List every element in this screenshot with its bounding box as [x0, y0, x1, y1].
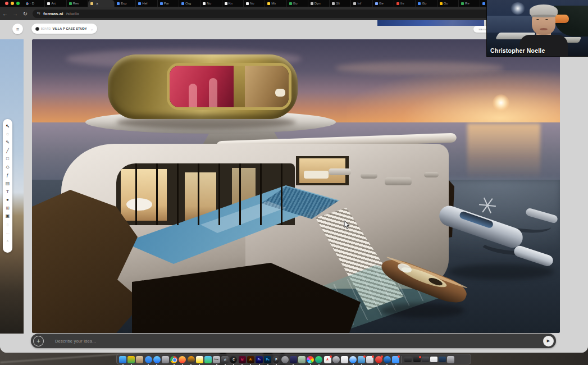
tab-favicon — [203, 2, 206, 5]
tool-palette: ↖◌✎╱□◇ƒ▤T●⊞▣▯⋯∧ — [3, 119, 12, 253]
dock-chrome[interactable] — [170, 356, 177, 363]
site-settings-icon[interactable]: ⇆ — [37, 11, 40, 16]
browser-tab-0[interactable]: · D — [24, 0, 45, 7]
device-tool[interactable]: ▯ — [3, 220, 12, 229]
prompt-bar[interactable]: + Describe your idea... ▶ — [31, 334, 556, 348]
more-tools[interactable]: ⋯ — [3, 229, 12, 237]
dock-capture-one[interactable]: C — [230, 356, 237, 363]
dock-firefox[interactable] — [179, 356, 186, 363]
browser-tab-7[interactable]: Org — [179, 0, 200, 7]
dock-google-drive[interactable] — [127, 356, 135, 363]
minimize-window-button[interactable] — [11, 2, 14, 5]
submit-prompt-button[interactable]: ▶ — [543, 336, 554, 346]
url-path: /studio — [66, 11, 79, 16]
back-icon[interactable]: ← — [0, 11, 10, 17]
dock-calculator-white[interactable] — [341, 356, 348, 363]
shape-tool[interactable]: ● — [3, 195, 12, 204]
browser-tab-19[interactable]: Go — [437, 0, 459, 7]
dock-photos[interactable] — [307, 356, 314, 363]
dock-indesign[interactable]: Id — [239, 356, 246, 363]
browser-tab-12[interactable]: Go — [287, 0, 308, 7]
browser-tab-10[interactable]: No — [244, 0, 265, 7]
dock-settings-gear[interactable] — [332, 356, 340, 363]
browser-tab-11[interactable]: Mir — [265, 0, 286, 7]
dock-notes[interactable] — [196, 356, 203, 363]
dock-minimized-window-3[interactable] — [422, 357, 429, 362]
dock-zoom[interactable] — [392, 356, 399, 363]
dock-web-globe[interactable] — [281, 356, 289, 363]
crop-tool[interactable]: □ — [3, 154, 12, 163]
dock-preview[interactable] — [204, 356, 212, 363]
browser-tab-2[interactable]: Res — [67, 0, 88, 7]
board-selector[interactable]: BOARD VILLA P CASE STUDY ⌄ — [31, 24, 97, 34]
add-attachment-button[interactable]: + — [33, 336, 44, 346]
pen-tool[interactable]: ✎ — [3, 138, 12, 147]
browser-tab-16[interactable]: Ge — [373, 0, 394, 7]
window-controls[interactable] — [0, 2, 24, 5]
board-icon — [35, 27, 39, 31]
browser-tab-4[interactable]: Exp — [115, 0, 136, 7]
lasso-tool[interactable]: ◌ — [3, 130, 12, 139]
dock-loop-app[interactable]: ⇄ — [221, 356, 229, 363]
dock-app-store[interactable] — [145, 356, 152, 363]
dock-blue-circle-app[interactable] — [384, 356, 391, 363]
close-window-button[interactable] — [5, 2, 8, 5]
dock-minimized-window-4[interactable] — [439, 357, 446, 362]
collapse-toolbar[interactable]: ∧ — [3, 236, 12, 245]
dock-finder-window[interactable] — [430, 357, 437, 362]
tab-favicon — [90, 2, 93, 5]
browser-tab-20[interactable]: Re — [459, 0, 480, 7]
villa-render-image[interactable] — [32, 39, 560, 333]
reload-icon[interactable]: ↻ — [20, 11, 30, 17]
dock-illustrator[interactable]: Ai — [247, 356, 254, 363]
dock-finder[interactable] — [119, 356, 126, 363]
image-tool[interactable]: ▤ — [3, 179, 12, 188]
grid-tool[interactable]: ⊞ — [3, 204, 12, 212]
browser-tab-17[interactable]: Ihr — [394, 0, 416, 7]
line-tool[interactable]: ╱ — [3, 147, 12, 155]
dock-sage-app[interactable] — [298, 356, 306, 363]
tab-close-icon[interactable]: × — [96, 2, 98, 6]
select-tool[interactable]: ↖ — [3, 122, 12, 130]
browser-tab-18[interactable]: Go — [416, 0, 437, 7]
dock-minimized-window-1[interactable] — [404, 357, 412, 362]
dock-podcast-p[interactable]: P — [272, 356, 280, 363]
dock-acrobat[interactable]: A — [324, 356, 331, 363]
browser-tab-3[interactable]: × — [88, 0, 115, 7]
dock-dark-blue-app[interactable] — [290, 356, 297, 363]
browser-tab-15[interactable]: Inf — [351, 0, 372, 7]
setting-sun — [493, 94, 509, 111]
dock-minimized-window-2[interactable] — [413, 357, 421, 362]
zoom-window-button[interactable] — [16, 2, 20, 5]
fill-tool[interactable]: ◇ — [3, 163, 12, 171]
browser-tab-5[interactable]: Hel — [136, 0, 157, 7]
browser-tab-6[interactable]: Par — [158, 0, 179, 7]
dock-ableton-live[interactable]: Live — [213, 356, 220, 363]
browser-tab-13[interactable]: Dyn — [308, 0, 330, 7]
brush-tool[interactable]: ƒ — [3, 171, 12, 180]
dock-safari[interactable] — [153, 356, 161, 363]
dock-quicktime[interactable] — [349, 356, 357, 363]
kitchen-island — [329, 168, 351, 175]
browser-tab-8[interactable]: No — [200, 0, 222, 7]
dock-app-with-badge[interactable] — [366, 356, 373, 363]
dock-mail-red[interactable] — [375, 356, 382, 363]
browser-tab-14[interactable]: Sli — [330, 0, 351, 7]
dock-premiere[interactable]: Pr — [256, 356, 263, 363]
browser-tab-9[interactable]: Kn — [222, 0, 244, 7]
text-tool[interactable]: T — [3, 188, 12, 196]
dock-launchpad[interactable] — [162, 356, 169, 363]
dock-photos-album[interactable] — [136, 356, 143, 363]
dock-trash[interactable] — [447, 356, 454, 363]
dock-music-app[interactable] — [188, 356, 195, 363]
dock-whatsapp[interactable] — [315, 356, 322, 363]
tab-favicon — [482, 2, 485, 5]
pod-glass-facade — [167, 63, 291, 110]
dock-downloads-folder[interactable] — [358, 356, 365, 363]
forward-icon[interactable]: → — [10, 11, 20, 17]
prompt-input[interactable]: Describe your idea... — [55, 339, 96, 344]
menu-button[interactable]: ≡ — [12, 24, 23, 34]
browser-tab-1[interactable]: Art — [45, 0, 66, 7]
frame-tool[interactable]: ▣ — [3, 212, 12, 221]
dock-photoshop[interactable]: Ps — [264, 356, 271, 363]
